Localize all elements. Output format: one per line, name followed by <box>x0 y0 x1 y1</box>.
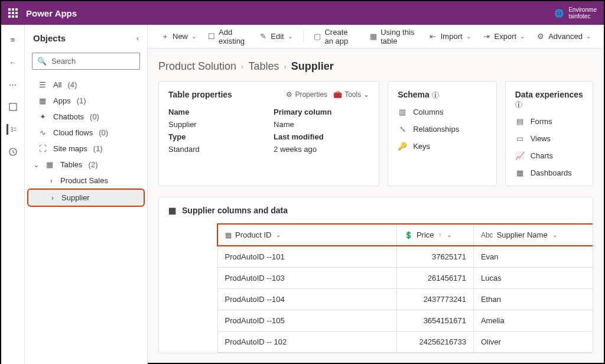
add-existing-button[interactable]: ☐Add existing <box>203 25 252 48</box>
id-icon: ▦ <box>225 231 232 239</box>
history-icon[interactable] <box>8 147 18 157</box>
objects-panel: Objects ‹ 🔍 Search ☰ All (4) ▦ Apps (1) … <box>25 25 148 364</box>
app-icon: ▦ <box>38 96 47 105</box>
chevron-down-icon: ⌄ <box>363 90 369 99</box>
left-rail: ≡ ← ⋯ <box>1 25 25 364</box>
hamburger-icon[interactable]: ≡ <box>8 34 18 45</box>
tree-item-chatbots[interactable]: ✦ Chatbots (0) <box>27 109 145 125</box>
chevron-down-icon: ⌄ <box>520 33 525 40</box>
environment-switcher[interactable]: 🌐 Environme tsinfotec <box>554 6 597 20</box>
tree-item-supplier[interactable]: › Supplier <box>27 188 145 207</box>
command-bar: ＋New⌄ ☐Add existing ✎Edit⌄ ▢Create an ap… <box>148 25 604 48</box>
using-table-button[interactable]: ▦Using this table <box>365 25 422 48</box>
environment-label: Environme <box>568 6 597 13</box>
tree-item-sitemaps[interactable]: ⛶ Site maps (1) <box>27 141 145 157</box>
key-icon: 🔑 <box>398 142 407 151</box>
chevron-down-icon: ⌄ <box>466 33 471 40</box>
table-icon: ▦ <box>370 32 377 41</box>
properties-button[interactable]: ⚙Properties <box>286 90 327 99</box>
chevron-down-icon: ⌄ <box>552 232 557 238</box>
table-row[interactable]: ProdAutoID -- 10224256216733OliverAustra… <box>217 332 593 353</box>
chevron-right-icon: › <box>284 62 286 71</box>
tree-item-tables[interactable]: ⌄ ▦ Tables (2) <box>27 157 145 173</box>
new-button[interactable]: ＋New⌄ <box>156 29 201 44</box>
data-table: ▦Product ID⌄ 💲Price↑⌄ AbcSupplier Name⌄ … <box>217 223 593 353</box>
tools-button[interactable]: 🧰Tools⌄ <box>333 90 369 99</box>
chevron-down-icon: ⌄ <box>33 160 39 169</box>
schema-columns[interactable]: ▥Columns <box>398 108 487 116</box>
crumb-current: Supplier <box>291 60 334 73</box>
list-icon: ☰ <box>38 80 47 89</box>
table-row[interactable]: ProdAutoID --1042437773241EthanCanada <box>217 289 593 310</box>
label-name: Name <box>168 108 264 116</box>
data-section: ▦ Supplier columns and data ▦Product ID⌄… <box>158 197 593 353</box>
import-button[interactable]: ⇤Import⌄ <box>424 30 476 43</box>
value-modified: 2 weeks ago <box>274 145 369 154</box>
divider <box>303 31 304 43</box>
table-row[interactable]: ProdAutoID --103261456171LucasJapan <box>217 268 593 289</box>
nav-icon-tree[interactable] <box>6 124 17 135</box>
de-forms[interactable]: ▤Forms <box>515 117 583 126</box>
table-row[interactable]: ProdAutoID --1053654151671AmeliaFrance <box>217 310 593 332</box>
svg-rect-0 <box>9 103 17 110</box>
edit-button[interactable]: ✎Edit⌄ <box>254 30 297 43</box>
tree-item-apps[interactable]: ▦ Apps (1) <box>27 93 145 109</box>
info-icon[interactable]: i <box>515 101 522 108</box>
relationship-icon: ⤡ <box>398 125 407 134</box>
globe-icon: 🌐 <box>554 9 564 18</box>
col-price[interactable]: 💲Price↑⌄ <box>396 224 473 246</box>
col-product-id[interactable]: ▦Product ID⌄ <box>217 224 396 246</box>
chevron-right-icon: › <box>50 193 56 202</box>
chevron-down-icon: ⌄ <box>447 232 451 238</box>
export-button[interactable]: ⇥Export⌄ <box>478 30 530 43</box>
top-banner: Power Apps 🌐 Environme tsinfotec <box>1 1 604 25</box>
card-title: Table properties <box>168 90 232 99</box>
value-primary: Name <box>274 120 369 129</box>
table-icon: ▦ <box>45 160 54 169</box>
card-title: Data experiences i <box>515 90 583 109</box>
tree-item-product-sales[interactable]: › Product Sales <box>27 173 145 188</box>
chatbot-icon: ✦ <box>38 112 47 121</box>
label-modified: Last modified <box>274 132 369 141</box>
schema-relationships[interactable]: ⤡Relationships <box>398 125 487 134</box>
create-app-button[interactable]: ▢Create an app <box>309 25 363 48</box>
dashboard-icon: ▦ <box>515 168 525 177</box>
search-input[interactable]: 🔍 Search <box>32 53 140 70</box>
app-launcher-icon[interactable] <box>8 8 18 18</box>
sitemap-icon: ⛶ <box>38 144 47 153</box>
card-title: Schema i <box>398 90 439 99</box>
tree-item-cloudflows[interactable]: ∿ Cloud flows (0) <box>27 125 145 141</box>
chevron-right-icon: › <box>241 62 243 71</box>
value-name: Supplier <box>168 120 264 129</box>
collapse-panel-icon[interactable]: ‹ <box>136 34 139 43</box>
de-dashboards[interactable]: ▦Dashboards <box>515 168 583 177</box>
columns-icon: ▥ <box>398 108 407 116</box>
view-icon: ▭ <box>515 134 525 143</box>
nav-icon-1[interactable] <box>8 102 18 112</box>
chevron-down-icon: ⌄ <box>276 232 281 238</box>
crumb-solution[interactable]: Product Solution <box>158 60 236 73</box>
advanced-button[interactable]: ⚙Advanced⌄ <box>532 30 596 43</box>
label-type: Type <box>168 132 264 141</box>
schema-keys[interactable]: 🔑Keys <box>398 142 487 151</box>
data-section-title: Supplier columns and data <box>182 206 288 215</box>
search-icon: 🔍 <box>37 57 47 66</box>
currency-icon: 💲 <box>404 231 413 239</box>
chevron-down-icon: ⌄ <box>586 33 591 40</box>
import-icon: ⇤ <box>429 32 437 41</box>
plus-icon: ＋ <box>161 31 169 42</box>
de-views[interactable]: ▭Views <box>515 134 583 143</box>
breadcrumb: Product Solution › Tables › Supplier <box>148 48 604 81</box>
table-row[interactable]: ProdAutoID --10137625171EvanGermany <box>217 246 593 268</box>
more-icon[interactable]: ⋯ <box>8 79 18 90</box>
de-charts[interactable]: 📈Charts <box>515 151 583 160</box>
crumb-tables[interactable]: Tables <box>248 60 279 73</box>
app-icon: ▢ <box>314 32 321 41</box>
info-icon[interactable]: i <box>432 92 439 99</box>
back-icon[interactable]: ← <box>8 57 18 67</box>
col-supplier-name[interactable]: AbcSupplier Name⌄ <box>473 224 593 246</box>
tree-item-all[interactable]: ☰ All (4) <box>27 77 145 93</box>
pencil-icon: ✎ <box>259 32 267 41</box>
table-icon: ▦ <box>168 206 176 215</box>
app-title: Power Apps <box>26 8 77 18</box>
